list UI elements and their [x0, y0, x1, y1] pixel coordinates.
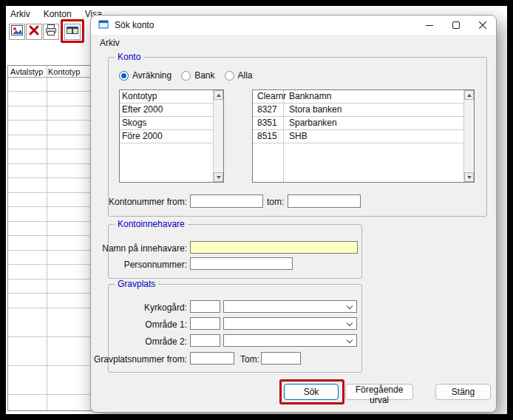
photo-toolbar-button[interactable] — [9, 24, 25, 40]
dialog-menubar: Arkiv — [91, 35, 496, 51]
gravplatsnummer-from-input[interactable] — [190, 352, 234, 365]
kontotyp-scrollbar[interactable] — [213, 90, 223, 182]
kyrkogard-input[interactable] — [190, 300, 220, 313]
omrade1-label: Område 1: — [91, 319, 187, 330]
stang-button[interactable]: Stäng — [435, 384, 491, 400]
scroll-up-icon[interactable] — [214, 90, 223, 100]
print-toolbar-button[interactable] — [43, 24, 59, 40]
kyrkogard-label: Kyrkogård: — [91, 302, 187, 313]
omrade2-label: Område 2: — [91, 336, 187, 347]
sok-konto-icon — [66, 24, 79, 40]
cell-clearnr: 8351 — [255, 117, 286, 129]
maximize-button[interactable] — [443, 16, 469, 35]
kyrkogard-combo[interactable] — [223, 300, 357, 313]
list-item[interactable]: Skogs — [120, 117, 223, 130]
radio-bank[interactable] — [181, 71, 191, 81]
konto-group-label: Konto — [115, 52, 143, 63]
bank-list[interactable]: Clearnr Banknamn 8327 Stora banken 8351 … — [252, 89, 475, 183]
gravplats-group-label: Gravplats — [115, 279, 158, 290]
bank-list-header: Clearnr Banknamn — [253, 90, 474, 104]
delete-toolbar-button[interactable] — [26, 24, 42, 40]
menu-konton[interactable]: Konton — [44, 9, 72, 22]
cell-banknamn: Stora banken — [286, 104, 342, 116]
gravplatsnummer-tom-input[interactable] — [261, 352, 301, 365]
sok-button[interactable]: Sök — [284, 384, 339, 400]
kontotyp-list[interactable]: Kontotyp Efter 2000 Skogs Före 2000 — [119, 89, 224, 183]
namn-label: Namn på innehavare: — [91, 243, 187, 254]
maximize-icon — [452, 21, 460, 29]
konto-radio-group: Avräkning Bank Alla — [119, 70, 262, 81]
kontotyp-list-header: Kontotyp — [120, 90, 223, 104]
radio-alla-label: Alla — [238, 70, 253, 81]
dialog-menu-arkiv[interactable]: Arkiv — [100, 38, 120, 48]
column-header-banknamn: Banknamn — [286, 90, 331, 103]
list-item[interactable]: Efter 2000 — [120, 104, 223, 117]
photo-icon — [10, 24, 24, 40]
kontonummer-tom-input[interactable] — [288, 194, 361, 208]
kontoinnehavare-group-label: Kontoinnehavare — [115, 219, 188, 230]
cell-banknamn: Sparbanken — [286, 117, 337, 129]
scroll-up-icon[interactable] — [464, 90, 474, 100]
foregaende-urval-button[interactable]: Föregående urval — [345, 384, 413, 400]
personnummer-input[interactable] — [190, 257, 293, 270]
namn-input[interactable] — [190, 241, 358, 254]
kontonummer-tom-label: tom: — [267, 197, 284, 207]
omrade2-combo[interactable] — [223, 334, 357, 347]
close-icon — [479, 21, 486, 29]
chevron-down-icon — [347, 337, 353, 343]
dialog-title: Sök konto — [115, 20, 154, 30]
chevron-down-icon — [347, 320, 353, 326]
column-header-clearnr: Clearnr — [255, 90, 286, 103]
menu-arkiv[interactable]: Arkiv — [10, 9, 30, 22]
sok-konto-toolbar-button[interactable] — [64, 24, 81, 40]
kontonummer-from-label: Kontonummer from: — [91, 197, 187, 207]
minimize-button[interactable] — [416, 16, 443, 35]
list-item[interactable]: Före 2000 — [120, 130, 223, 143]
radio-avrakning-label: Avräkning — [132, 70, 171, 81]
radio-bank-label: Bank — [194, 70, 214, 81]
bank-scrollbar[interactable] — [463, 90, 474, 182]
personnummer-label: Personnummer: — [91, 260, 187, 270]
column-header-kontotyp: Kontotyp — [46, 67, 80, 76]
radio-alla[interactable] — [225, 71, 234, 81]
gravplatsnummer-tom-label: Tom: — [240, 354, 259, 365]
column-header-avtalstyp: Avtalstyp — [8, 67, 46, 76]
delete-icon — [27, 24, 41, 40]
scroll-down-icon[interactable] — [464, 172, 474, 182]
gravplatsnummer-from-label: Gravplatsnummer from: — [91, 354, 187, 365]
cell-banknamn: SHB — [286, 130, 308, 143]
dialog-titlebar: Sök konto — [91, 16, 496, 35]
list-item[interactable]: 8515 SHB — [253, 130, 474, 143]
radio-avrakning[interactable] — [119, 71, 129, 81]
column-divider — [283, 90, 284, 182]
print-icon — [44, 24, 58, 40]
scroll-down-icon[interactable] — [214, 172, 223, 182]
kontonummer-from-input[interactable] — [190, 194, 263, 208]
sok-konto-dialog: Sök konto Arkiv Konto Avräkning — [90, 15, 497, 413]
chevron-down-icon — [347, 303, 353, 309]
column-divider — [47, 66, 47, 410]
omrade1-combo[interactable] — [223, 317, 357, 330]
cell-clearnr: 8515 — [255, 130, 286, 143]
screenshot-frame: Arkiv Konton Visa — [0, 0, 513, 420]
list-item[interactable]: 8327 Stora banken — [253, 104, 474, 117]
minimize-icon — [426, 21, 433, 29]
window-controls — [416, 16, 496, 35]
omrade2-input[interactable] — [190, 334, 220, 347]
dialog-window-icon — [98, 19, 109, 32]
list-item[interactable]: 8351 Sparbanken — [253, 117, 474, 130]
close-button[interactable] — [469, 16, 496, 35]
cell-clearnr: 8327 — [255, 104, 286, 116]
omrade1-input[interactable] — [190, 317, 220, 330]
